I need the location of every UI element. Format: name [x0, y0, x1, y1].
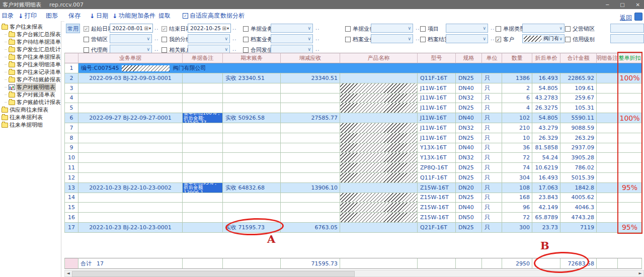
filter-checkbox-agent[interactable]	[84, 47, 89, 53]
table-row[interactable]: 7J11W-16TDN32只21043.2799088.59	[64, 123, 642, 133]
filter-checkbox-doc-staff[interactable]	[345, 26, 351, 32]
maximize-icon[interactable]: □	[620, 2, 624, 8]
menu-item-autofit-height[interactable]: ✓自适应高度	[183, 12, 220, 20]
tab-common[interactable]: 常用	[66, 24, 80, 33]
range-button-my-group[interactable]: ..	[232, 36, 236, 41]
filter-checkbox-file-dept[interactable]	[243, 37, 249, 42]
filter-checkbox-doc-dept[interactable]	[243, 26, 249, 32]
column-header-change[interactable]: 增减应收	[281, 53, 340, 63]
column-header-doc[interactable]: 业务单据	[78, 53, 183, 63]
menu-item-graph[interactable]: 图形	[46, 12, 58, 20]
filter-checkbox-credit-level[interactable]	[565, 37, 571, 42]
sidebar-item-9[interactable]: ┄客户对账明细表	[0, 83, 61, 91]
menu-item-data-analysis[interactable]: 数据分析	[220, 12, 245, 20]
filter-checkbox-customer[interactable]: ✓	[496, 37, 501, 42]
sidebar-item-11[interactable]: ┄客户账龄统计报表	[0, 99, 61, 106]
sidebar-item-12[interactable]: 供应商往来报表	[0, 106, 61, 114]
range-button-agent[interactable]: ..	[154, 46, 158, 52]
dropdown-doc-dept[interactable]: ∨	[271, 24, 313, 33]
filter-checkbox-project[interactable]	[420, 26, 426, 32]
close-icon[interactable]: ✕	[636, 2, 640, 8]
filter-checkbox-start-date[interactable]: ✓	[84, 26, 89, 32]
menu-item-extra-conditions[interactable]: 附加条件	[131, 12, 155, 20]
horizontal-scrollbar[interactable]: ◄ ►	[64, 270, 644, 277]
table-row[interactable]: 9Y13X-16TDN40只3681.58582937.09	[64, 143, 642, 153]
filter-checkbox-file-staff[interactable]	[345, 37, 351, 42]
dropdown-file-staff[interactable]: ∨	[371, 34, 413, 43]
menu-item-date[interactable]: ↓日期	[90, 12, 108, 20]
column-header-product[interactable]: 产品名称	[340, 53, 418, 63]
filter-checkbox-doc-type[interactable]	[496, 26, 501, 32]
range-button-file-settle[interactable]: ..	[491, 36, 495, 41]
table-row[interactable]: 16Z15W-16TDN50只7265.87894743.28	[64, 213, 642, 223]
range-button-doc-dept[interactable]: ..	[315, 25, 319, 31]
menu-item-function[interactable]: ↓功能	[112, 12, 131, 20]
range-button-related-account[interactable]: ..	[232, 46, 236, 52]
menu-item-save[interactable]: 保存	[68, 12, 80, 20]
sidebar-item-1[interactable]: 客户往来报表	[0, 23, 61, 31]
sidebar-item-4[interactable]: ┄客户发生汇总统计	[0, 46, 61, 53]
table-row[interactable]: 62022-09-27 BJ-22-09-27-0001整单折扣100%，折后金…	[64, 113, 642, 123]
column-header-qty[interactable]: 数量	[502, 53, 532, 63]
sidebar-item-10[interactable]: ┄客户对账清单表	[0, 91, 61, 99]
scroll-right-arrow-icon[interactable]: ►	[637, 270, 643, 276]
filter-checkbox-contract-occur[interactable]	[243, 47, 249, 53]
column-header-balance[interactable]: 期末账务	[223, 53, 281, 63]
table-row[interactable]: 11ZP8Q-16TDN25只7410.6219786.02	[64, 163, 642, 173]
filter-checkbox-related-account[interactable]	[162, 47, 167, 53]
range-button-file-dept[interactable]: ..	[315, 36, 319, 41]
table-row[interactable]: 5J11W-16TDN25只426.3275105.31	[64, 103, 642, 113]
filter-checkbox-region[interactable]	[84, 37, 89, 42]
date-input-end-date[interactable]: 2022-10-25⊞▾	[188, 24, 231, 33]
table-row[interactable]: 15Z15W-16TDN40只9642.1494046.3	[64, 203, 642, 213]
dropdown-doc-staff[interactable]: ∨	[371, 24, 413, 33]
date-input-start-date[interactable]: 2022-08-01⊞▾	[110, 24, 153, 33]
column-header-spec[interactable]: 规格	[456, 53, 482, 63]
dropdown-my-group[interactable]: ∨	[188, 34, 230, 43]
column-header-price[interactable]: 折后单价	[532, 53, 560, 63]
dropdown-file-dept[interactable]: ∨	[271, 34, 313, 43]
range-button-contract-occur[interactable]: ..	[315, 46, 319, 52]
range-button-doc-staff[interactable]: ..	[416, 25, 420, 31]
table-row[interactable]: 132022-10-23 BJ-22-10-23-0002整单折扣95%，折后金…	[64, 183, 642, 193]
column-header-n[interactable]	[64, 53, 78, 63]
sidebar-item-7[interactable]: ┄客户往来记录清单	[0, 68, 61, 76]
column-header-note[interactable]: 明细备注	[597, 53, 618, 63]
menu-item-extract[interactable]: 提取	[158, 12, 171, 20]
range-button-start-date[interactable]: ..	[154, 25, 158, 31]
corner-button[interactable]	[634, 13, 642, 21]
table-row[interactable]: 4J11W-16TDN32只643.2783259.67	[64, 94, 642, 104]
dropdown-parent-region[interactable]	[610, 24, 644, 33]
sidebar-item-14[interactable]: 往来单据明细	[0, 121, 61, 129]
column-header-model[interactable]: 型号	[418, 53, 456, 63]
menu-item-catalog[interactable]: 目录	[2, 12, 14, 20]
filter-checkbox-file-settle[interactable]	[420, 37, 426, 42]
filter-checkbox-my-group[interactable]	[162, 37, 167, 42]
table-row[interactable]: 8J11W-16TDN25只1026.329263.29	[64, 133, 642, 143]
sidebar-item-8[interactable]: ┄客户不结账龄报表	[0, 76, 61, 83]
table-row[interactable]: 22022-09-03 BJ-22-09-03-0001实收 23340.512…	[64, 73, 642, 83]
column-header-total[interactable]: 合计金额	[560, 53, 597, 63]
table-row[interactable]: 10Y13X-16TDN32只7254.243905.28	[64, 153, 642, 163]
column-header-remark[interactable]: 单据备注	[183, 53, 223, 63]
sidebar-item-2[interactable]: ┄客户台账汇总报表	[0, 31, 61, 38]
minimize-icon[interactable]: ─	[606, 2, 609, 8]
sidebar-item-13[interactable]: 往来单据列表	[0, 114, 61, 121]
table-row[interactable]: 1编号:C007545阀门有限公司	[64, 63, 642, 73]
table-row[interactable]: 172022-10-23 BJ-22-10-23-0001实收 71595.73…	[64, 223, 642, 233]
table-row[interactable]: 12Q11F-16TDN25只30416.4935015.39	[64, 173, 642, 183]
filter-checkbox-end-date[interactable]: ✓	[162, 26, 167, 32]
menu-item-print[interactable]: ↓打印	[18, 12, 37, 20]
dropdown-project[interactable]: ∨	[446, 24, 488, 33]
dropdown-region[interactable]: ∨	[110, 34, 152, 43]
table-row[interactable]: 3J11W-16TDN40只254.805109.61	[64, 83, 642, 94]
table-row[interactable]: 14Z15W-16TDN25只16823.8434005.62	[64, 193, 642, 203]
filter-checkbox-parent-region[interactable]	[565, 26, 571, 32]
column-header-discount[interactable]: 整单折扣	[618, 53, 642, 63]
dropdown-doc-type[interactable]: ∨	[522, 24, 565, 33]
scroll-left-arrow-icon[interactable]: ◄	[65, 270, 71, 276]
range-button-region[interactable]: ..	[154, 36, 158, 41]
sidebar-item-5[interactable]: ┄客户往来单据报表	[0, 53, 61, 61]
range-button-project[interactable]: ..	[491, 25, 495, 31]
column-header-unit[interactable]: 单位	[482, 53, 502, 63]
